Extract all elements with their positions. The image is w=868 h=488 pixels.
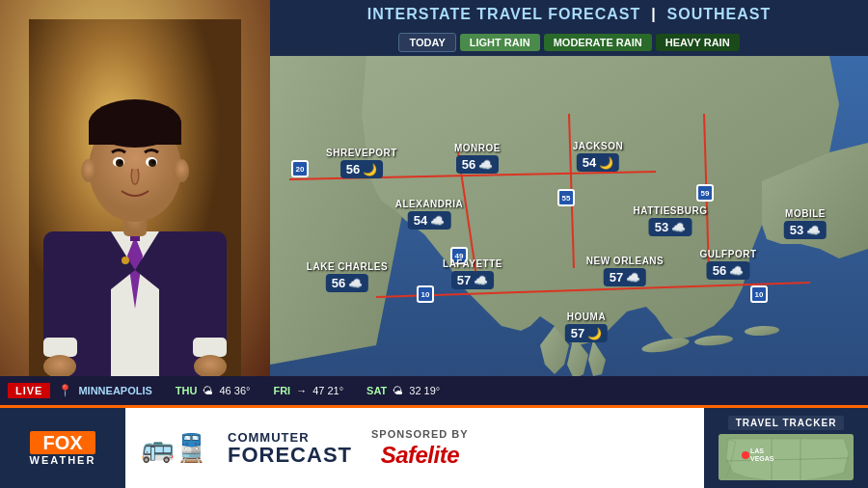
- city-monroe: MONROE 56 ☁️: [454, 143, 501, 174]
- city-alexandria: ALEXANDRIA 54 ☁️: [395, 199, 464, 230]
- svg-point-40: [742, 451, 749, 459]
- commuter-text: COMMUTER FORECAST: [228, 430, 352, 466]
- svg-point-20: [122, 257, 129, 264]
- map-title: INTERSTATE TRAVEL FORECAST | SOUTHEAST: [367, 6, 771, 22]
- city-new-orleans: NEW ORLEANS 57 ☁️: [586, 256, 665, 286]
- sponsored-by-label: SPONSORED BY: [371, 428, 469, 440]
- travel-tracker-label: TRAVEL TRACKER: [728, 416, 845, 430]
- svg-text:LAS: LAS: [750, 447, 764, 454]
- city-jackson: JACKSON 54 🌙: [573, 141, 623, 172]
- anchor-person: [0, 0, 270, 405]
- svg-point-25: [43, 355, 76, 378]
- fox-text: FOX: [30, 431, 96, 454]
- map-svg: [270, 56, 868, 393]
- ticker-sat: SAT 🌤 32 19°: [366, 385, 440, 396]
- forecast-title: INTERSTATE TRAVEL FORECAST: [367, 6, 640, 22]
- location-icon: 📍: [58, 384, 72, 397]
- svg-text:VEGAS: VEGAS: [750, 455, 774, 462]
- city-shreveport: SHREVEPORT 56 🌙: [326, 148, 397, 178]
- svg-rect-11: [89, 121, 181, 145]
- interstate-59: 59: [696, 184, 714, 202]
- interstate-20: 20: [291, 160, 309, 177]
- commuter-section: 🚌🚆 COMMUTER FORECAST SPONSORED BY Safeli…: [125, 408, 704, 488]
- ticker-location: 📍 MINNEAPOLIS: [58, 384, 151, 397]
- svg-point-16: [119, 160, 122, 164]
- fox-weather-section: FOX WEATHER: [0, 408, 125, 488]
- mini-map-svg: LAS VEGAS: [719, 434, 854, 480]
- travel-tracker-section: TRAVEL TRACKER LAS VEGAS: [704, 408, 868, 488]
- legend-light-rain: LIGHT RAIN: [460, 34, 540, 51]
- main-container: INTERSTATE TRAVEL FORECAST | SOUTHEAST T…: [0, 0, 868, 405]
- live-badge: LIVE: [8, 383, 50, 398]
- legend-bar: TODAY LIGHT RAIN MODERATE RAIN HEAVY RAI…: [270, 29, 868, 56]
- forecast-label: FORECAST: [228, 445, 352, 466]
- svg-rect-23: [43, 338, 77, 357]
- mini-map: LAS VEGAS: [719, 434, 854, 480]
- svg-point-17: [151, 160, 155, 164]
- ticker-bar: LIVE 📍 MINNEAPOLIS THU 🌤 46 36° FRI → 47…: [0, 376, 868, 405]
- svg-point-19: [174, 159, 189, 182]
- legend-today: TODAY: [398, 33, 455, 52]
- interstate-10a: 10: [417, 285, 434, 303]
- sponsored-area: SPONSORED BY Safelite: [371, 428, 469, 469]
- svg-point-26: [194, 355, 227, 378]
- ticker-items: 📍 MINNEAPOLIS THU 🌤 46 36° FRI → 47 21° …: [58, 384, 440, 397]
- legend-heavy-rain: HEAVY RAIN: [656, 34, 740, 51]
- city-lake-charles: LAKE CHARLES 56 ☁️: [307, 261, 388, 292]
- interstate-55: 55: [557, 189, 575, 206]
- forecast-region: SOUTHEAST: [667, 6, 772, 22]
- weather-text: WEATHER: [30, 454, 96, 466]
- anchor-panel: [0, 0, 270, 405]
- map-header: INTERSTATE TRAVEL FORECAST | SOUTHEAST: [270, 0, 868, 29]
- safelite-logo: Safelite: [381, 442, 459, 469]
- svg-rect-7: [114, 309, 131, 312]
- svg-point-18: [81, 159, 96, 182]
- svg-rect-24: [193, 338, 227, 357]
- ticker-thu: THU 🌤 46 36°: [176, 385, 251, 396]
- ticker-city-name: MINNEAPOLIS: [78, 385, 151, 396]
- weather-map: 20 55 59 49 10 10 SHREVEPORT 56 🌙 MONROE…: [270, 56, 868, 393]
- commuter-icons: 🚌🚆: [141, 432, 208, 464]
- city-lafayette: LAFAYETTE 57 ☁️: [443, 258, 502, 289]
- fox-weather-logo: FOX WEATHER: [30, 431, 96, 466]
- city-hattiesburg: HATTIESBURG 53 ☁️: [634, 205, 708, 236]
- legend-moderate-rain: MODERATE RAIN: [544, 34, 652, 51]
- city-gulfport: GULFPORT 56 ☁️: [700, 249, 757, 280]
- city-mobile: MOBILE 53 ☁️: [784, 208, 827, 239]
- interstate-10b: 10: [750, 285, 768, 303]
- bottom-bar: FOX WEATHER 🚌🚆 COMMUTER FORECAST SPONSOR…: [0, 405, 868, 488]
- city-houma: HOUMA 57 🌙: [565, 312, 608, 342]
- ticker-fri: FRI → 47 21°: [273, 385, 343, 396]
- map-panel: INTERSTATE TRAVEL FORECAST | SOUTHEAST T…: [270, 0, 868, 405]
